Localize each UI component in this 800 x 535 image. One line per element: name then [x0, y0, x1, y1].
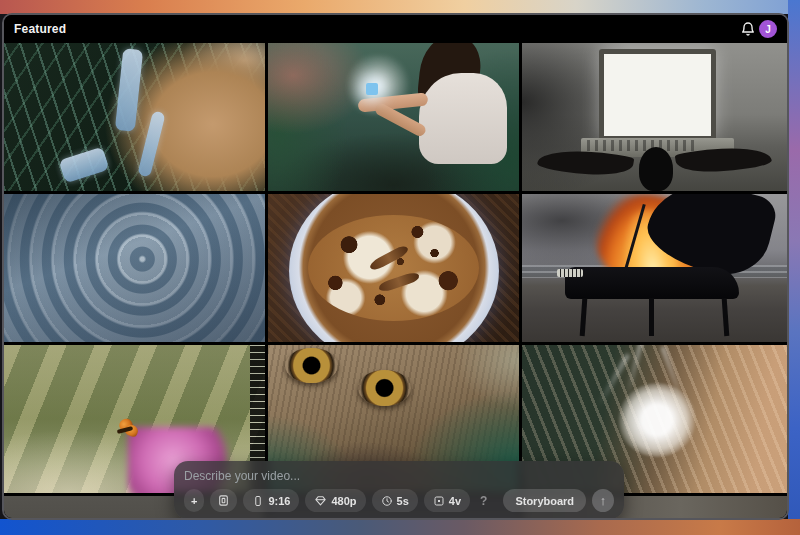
- video-tile-girl-glowing-cube[interactable]: [268, 43, 520, 191]
- video-tile-water-ripple[interactable]: [4, 194, 265, 342]
- resolution-value: 480p: [331, 495, 356, 507]
- style-preset-button[interactable]: [210, 489, 237, 512]
- monkey-eye: [358, 370, 411, 406]
- variations-icon: [433, 495, 445, 507]
- piano-leg: [579, 297, 587, 336]
- duration-value: 5s: [397, 495, 409, 507]
- help-button[interactable]: ?: [476, 494, 491, 508]
- video-tile-glass-tubes-in-vines[interactable]: [4, 43, 265, 191]
- prompt-input[interactable]: [184, 469, 614, 483]
- featured-gallery: [4, 43, 787, 518]
- storyboard-button[interactable]: Storyboard: [503, 489, 586, 512]
- video-tile-bat-on-laptop[interactable]: [522, 43, 787, 191]
- bell-icon: [740, 21, 756, 37]
- notifications-button[interactable]: [737, 18, 759, 40]
- variations-value: 4v: [449, 495, 461, 507]
- aspect-ratio-button[interactable]: 9:16: [243, 489, 299, 512]
- piano-leg: [649, 298, 654, 336]
- composer-controls: + 9:16 480p: [184, 489, 614, 512]
- glass-tube: [59, 146, 110, 183]
- aspect-ratio-value: 9:16: [268, 495, 290, 507]
- video-tile-burning-piano[interactable]: [522, 194, 787, 342]
- glowing-cube: [366, 83, 378, 95]
- piano-keys: [557, 269, 583, 276]
- coffee-cream-bubbles: [308, 215, 479, 322]
- clock-icon: [381, 495, 393, 507]
- monkey-eye: [285, 348, 338, 384]
- glass-tube: [137, 110, 166, 177]
- video-tile-coffee-bubbles[interactable]: [268, 194, 520, 342]
- resolution-button[interactable]: 480p: [305, 489, 365, 512]
- variations-button[interactable]: 4v: [424, 489, 470, 512]
- desktop-wallpaper-top: [0, 0, 800, 14]
- bat-body: [639, 147, 673, 191]
- page-title: Featured: [14, 22, 66, 36]
- app-header: Featured J: [4, 15, 787, 43]
- glass-tube: [114, 48, 142, 132]
- style-preset-icon: [217, 494, 230, 507]
- duration-button[interactable]: 5s: [372, 489, 418, 512]
- add-media-button[interactable]: +: [184, 489, 204, 512]
- laptop-screen: [599, 49, 715, 141]
- arrow-up-icon: ↑: [600, 493, 607, 508]
- avatar[interactable]: J: [759, 20, 777, 38]
- submit-button[interactable]: ↑: [592, 489, 614, 512]
- gem-icon: [314, 494, 327, 507]
- app-window: Featured J: [2, 13, 789, 520]
- desktop-wallpaper-bottom: [0, 519, 800, 535]
- desktop-wallpaper-right: [788, 0, 800, 535]
- girl-shirt: [419, 73, 507, 165]
- prompt-composer: + 9:16 480p: [174, 461, 624, 519]
- piano-leg: [722, 297, 730, 336]
- phone-portrait-icon: [252, 495, 264, 507]
- piano-body: [565, 267, 740, 300]
